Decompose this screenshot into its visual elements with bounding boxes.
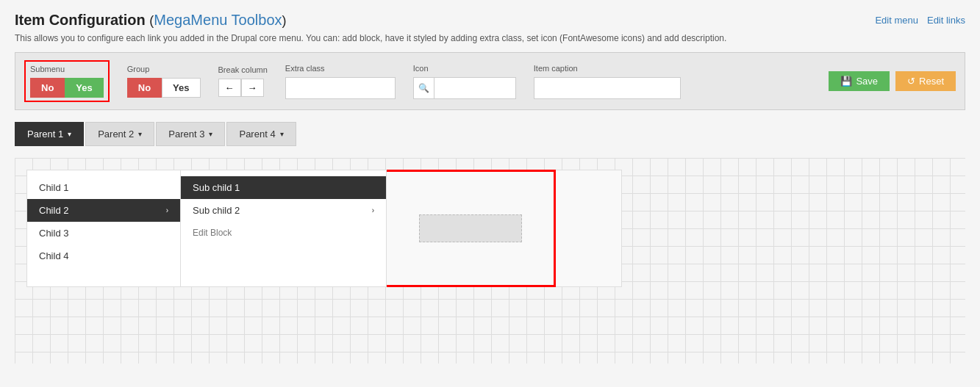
group-toggle: No Yes [127, 78, 201, 98]
submenu-group: Submenu No Yes [24, 60, 110, 102]
reset-button[interactable]: ↺ Reset [895, 71, 956, 91]
tab-parent4-caret: ▾ [280, 130, 284, 138]
child-item-4[interactable]: Child 4 [27, 245, 180, 267]
sub-1-label: Sub child 1 [193, 182, 240, 193]
panels-wrapper: Child 1 Child 2 › Child 3 Child 4 Sub ch… [26, 170, 954, 287]
edit-links-link[interactable]: Edit links [927, 15, 965, 26]
child-1-label: Child 1 [39, 182, 68, 193]
break-column-group: Break column ← → [218, 65, 268, 97]
extra-class-group: Extra class [285, 64, 396, 99]
tab-parent4[interactable]: Parent 4 ▾ [226, 122, 296, 146]
tab-parent1-label: Parent 1 [27, 129, 63, 140]
tab-parent2-caret: ▾ [138, 130, 142, 138]
tab-parent2[interactable]: Parent 2 ▾ [85, 122, 154, 146]
sub-2-label: Sub child 2 [193, 205, 240, 216]
submenu-toggle: No Yes [30, 78, 104, 98]
menu-tabs: Parent 1 ▾ Parent 2 ▾ Parent 3 ▾ Parent … [15, 122, 965, 146]
break-col-right-button[interactable]: → [241, 79, 264, 97]
description-text: This allows you to configure each link y… [15, 33, 965, 43]
break-column-label: Break column [218, 65, 268, 74]
tab-parent1-caret: ▾ [68, 130, 71, 138]
block-placeholder [419, 214, 522, 242]
child-panel: Child 1 Child 2 › Child 3 Child 4 [26, 170, 181, 287]
break-col-left-button[interactable]: ← [218, 79, 241, 97]
break-column-buttons: ← → [218, 79, 268, 97]
sub-item-2[interactable]: Sub child 2 › [181, 199, 386, 222]
gray-extension [556, 170, 622, 287]
group-yes-button[interactable]: Yes [162, 78, 200, 98]
child-item-1[interactable]: Child 1 [27, 176, 180, 199]
tab-parent1[interactable]: Parent 1 ▾ [15, 122, 84, 146]
config-bar: Submenu No Yes Group No Yes Break column… [15, 52, 965, 110]
submenu-yes-button[interactable]: Yes [65, 78, 103, 98]
toolbox-link[interactable]: MegaMenu Toolbox [154, 12, 282, 28]
tab-parent3[interactable]: Parent 3 ▾ [156, 122, 225, 146]
sub-2-arrow: › [372, 206, 374, 214]
header-links: Edit menu Edit links [875, 12, 965, 26]
child-3-label: Child 3 [39, 228, 68, 239]
child-4-label: Child 4 [39, 250, 68, 261]
child-item-3[interactable]: Child 3 [27, 222, 180, 245]
icon-input-wrapper: 🔍 [413, 77, 516, 99]
search-icon: 🔍 [414, 78, 434, 98]
reset-icon: ↺ [907, 76, 915, 87]
child-2-label: Child 2 [39, 205, 68, 216]
icon-input[interactable] [434, 82, 515, 93]
child-2-arrow: › [166, 206, 168, 214]
child-item-2[interactable]: Child 2 › [27, 199, 180, 222]
tab-parent3-label: Parent 3 [168, 129, 204, 140]
save-label: Save [856, 76, 878, 87]
submenu-no-button[interactable]: No [30, 78, 65, 98]
group-no-button[interactable]: No [127, 78, 162, 98]
extra-class-input[interactable] [285, 77, 396, 99]
icon-label: Icon [413, 64, 516, 73]
group-label: Group [127, 65, 201, 73]
tab-parent3-caret: ▾ [209, 130, 212, 138]
action-buttons: 💾 Save ↺ Reset [829, 71, 956, 91]
icon-group: Icon 🔍 [413, 64, 516, 99]
edit-menu-link[interactable]: Edit menu [875, 15, 918, 26]
group-group: Group No Yes [127, 65, 201, 98]
page-title: Item Configuration (MegaMenu Toolbox) [15, 12, 287, 29]
item-caption-label: Item caption [534, 64, 681, 73]
sub-item-1[interactable]: Sub child 1 [181, 176, 386, 199]
item-caption-group: Item caption [534, 64, 681, 99]
sub-panel: Sub child 1 Sub child 2 › Edit Block [181, 170, 387, 287]
reset-label: Reset [919, 76, 944, 87]
main-content: Child 1 Child 2 › Child 3 Child 4 Sub ch… [15, 158, 965, 364]
save-icon: 💾 [840, 76, 852, 87]
tab-parent2-label: Parent 2 [98, 129, 134, 140]
submenu-label: Submenu [30, 65, 104, 73]
edit-block-label: Edit Block [193, 228, 232, 238]
tab-parent4-label: Parent 4 [239, 129, 275, 140]
extra-class-label: Extra class [285, 64, 396, 73]
edit-block-item[interactable]: Edit Block [181, 222, 386, 244]
block-panel [387, 170, 556, 287]
item-caption-input[interactable] [534, 77, 681, 99]
save-button[interactable]: 💾 Save [829, 71, 890, 91]
